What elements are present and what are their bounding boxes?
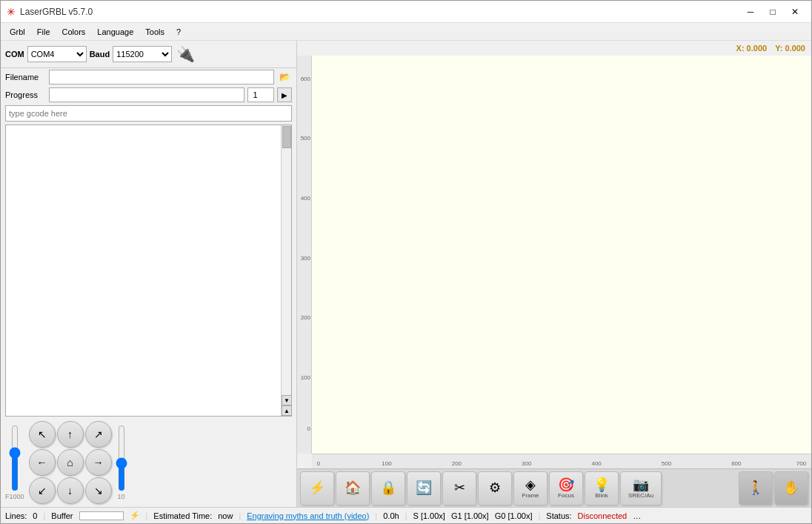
- filename-input[interactable]: [49, 70, 274, 84]
- jog-e-button[interactable]: →: [85, 449, 112, 476]
- bottom-toolbar: ⚡ 🏠 🔒 🔄 ✂: [297, 468, 811, 507]
- menu-help[interactable]: ?: [170, 26, 187, 38]
- titlebar: ✳ LaserGRBL v5.7.0 ─ □ ✕: [1, 1, 811, 23]
- ruler-tick-500: 500: [301, 135, 310, 142]
- scroll-down-btn[interactable]: ▼: [282, 395, 292, 405]
- jog-n-button[interactable]: ↑: [57, 421, 84, 448]
- menu-language[interactable]: Language: [91, 26, 139, 38]
- lines-label: Lines:: [5, 511, 27, 520]
- main-window: ✳ LaserGRBL v5.7.0 ─ □ ✕ Grbl File Color…: [0, 0, 812, 524]
- menu-grbl[interactable]: Grbl: [4, 26, 31, 38]
- jog-section: F1000 ↖ ↑ ↗ ← ⌂ → ↙ ↓ ↘ 10: [1, 418, 296, 507]
- speed-slider-container: F1000: [5, 425, 24, 500]
- progress-input: [49, 87, 244, 102]
- gcode-input[interactable]: [5, 105, 292, 122]
- time-value: now: [218, 511, 233, 520]
- left-panel: COM COM4 COM1 COM2 COM3 Baud 115200 9600…: [1, 41, 297, 507]
- step-label: 10: [118, 493, 125, 500]
- connect-button[interactable]: 🔌: [175, 44, 196, 64]
- ruler-tick-0-h: 0: [317, 460, 320, 467]
- ruler-tick-300-h: 300: [522, 460, 531, 467]
- frame-icon: ◈: [525, 478, 536, 491]
- ruler-tick-100: 100: [301, 374, 310, 381]
- ruler-tick-600-h: 600: [731, 460, 741, 467]
- tool-settings-button[interactable]: ⚙: [478, 471, 512, 505]
- ruler-tick-600: 600: [301, 76, 310, 82]
- ruler-left: 600 500 400 300 200 100 0: [297, 56, 312, 454]
- filename-row: Filename 📂: [1, 68, 296, 86]
- run-button[interactable]: ▶: [277, 87, 292, 102]
- progress-row: Progress ▶: [1, 86, 296, 104]
- ruler-tick-100-h: 100: [382, 460, 391, 467]
- frame-label: Frame: [522, 492, 539, 499]
- app-icon: ✳: [7, 6, 16, 18]
- rotate-icon: 🔄: [416, 481, 432, 494]
- tool-home-button[interactable]: 🏠: [336, 471, 370, 505]
- tool-rotate-button[interactable]: 🔄: [407, 471, 441, 505]
- tool-laser-button[interactable]: ⚡: [300, 471, 334, 505]
- menu-colors[interactable]: Colors: [56, 26, 92, 38]
- progress-spinner[interactable]: [247, 87, 274, 102]
- canvas-area: X: 0.000 Y: 0.000 600 500 400 300 200 10…: [297, 41, 811, 507]
- tool-lock-button[interactable]: 🔒: [371, 471, 405, 505]
- close-button[interactable]: ✕: [785, 4, 805, 19]
- buffer-icon: ⚡: [130, 511, 140, 520]
- titlebar-left: ✳ LaserGRBL v5.7.0: [7, 6, 93, 18]
- jog-home-button[interactable]: ⌂: [57, 449, 84, 476]
- focus-label: Focus: [558, 492, 574, 499]
- main-content: COM COM4 COM1 COM2 COM3 Baud 115200 9600…: [1, 41, 811, 507]
- focus-icon: 🎯: [558, 478, 574, 491]
- g0-value: G0 [1.00x]: [495, 511, 533, 520]
- step-slider[interactable]: [116, 425, 127, 491]
- status-label: Status:: [546, 511, 571, 520]
- minimize-button[interactable]: ─: [740, 4, 761, 19]
- com-select[interactable]: COM4 COM1 COM2 COM3: [27, 46, 87, 62]
- maximize-button[interactable]: □: [762, 4, 783, 19]
- srec-label: SREC/Au: [628, 492, 653, 499]
- blink-label: Blink: [595, 492, 608, 499]
- tool-frame-button[interactable]: ◈ Frame: [513, 471, 548, 505]
- ruler-tick-200: 200: [301, 314, 310, 321]
- baud-label: Baud: [90, 50, 110, 59]
- menu-tools[interactable]: Tools: [139, 26, 170, 38]
- home-icon: 🏠: [345, 481, 361, 494]
- tool-stop-button[interactable]: ✋: [774, 471, 808, 505]
- time-label: Estimated Time:: [153, 511, 212, 520]
- tool-walk-button[interactable]: 🚶: [739, 471, 773, 505]
- console-area: ▼ ▲: [5, 125, 292, 417]
- tool-srec-button[interactable]: 📷 SREC/Au: [620, 471, 662, 505]
- status-more: …: [633, 511, 641, 520]
- stop-icon: ✋: [783, 481, 799, 494]
- main-canvas[interactable]: [312, 56, 811, 454]
- ruler-tick-400: 400: [301, 195, 310, 202]
- tool-blink-button[interactable]: 💡 Blink: [585, 471, 619, 505]
- ruler-tick-0-v: 0: [307, 425, 310, 432]
- jog-s-button[interactable]: ↓: [57, 477, 84, 504]
- speed-slider[interactable]: [10, 425, 20, 491]
- menu-file[interactable]: File: [31, 26, 56, 38]
- file-open-button[interactable]: 📂: [277, 70, 292, 84]
- buffer-progress: [79, 511, 124, 520]
- window-controls: ─ □ ✕: [740, 4, 805, 19]
- coord-sep: [770, 44, 772, 53]
- jog-ne-button[interactable]: ↗: [85, 421, 112, 448]
- jog-nw-button[interactable]: ↖: [29, 421, 56, 448]
- srec-icon: 📷: [633, 478, 649, 491]
- elapsed-time: 0.0h: [383, 511, 399, 520]
- scroll-up-btn[interactable]: ▲: [282, 405, 292, 416]
- baud-select[interactable]: 115200 9600 57600: [113, 46, 172, 62]
- ruler-tick-500-h: 500: [662, 460, 671, 467]
- tool-cut-button[interactable]: ✂: [442, 471, 476, 505]
- jog-se-button[interactable]: ↘: [85, 477, 112, 504]
- jog-w-button[interactable]: ←: [29, 449, 56, 476]
- gcode-area: [5, 105, 292, 122]
- menubar: Grbl File Colors Language Tools ?: [1, 23, 811, 41]
- scrollbar-thumb[interactable]: [282, 126, 291, 148]
- speed-label: F1000: [5, 493, 24, 500]
- s-value: S [1.00x]: [413, 511, 445, 520]
- video-link[interactable]: Engraving myths and truth (video): [247, 511, 369, 520]
- cut-icon: ✂: [454, 481, 465, 494]
- jog-sw-button[interactable]: ↙: [29, 477, 56, 504]
- step-slider-container: 10: [116, 425, 127, 500]
- tool-focus-button[interactable]: 🎯 Focus: [549, 471, 583, 505]
